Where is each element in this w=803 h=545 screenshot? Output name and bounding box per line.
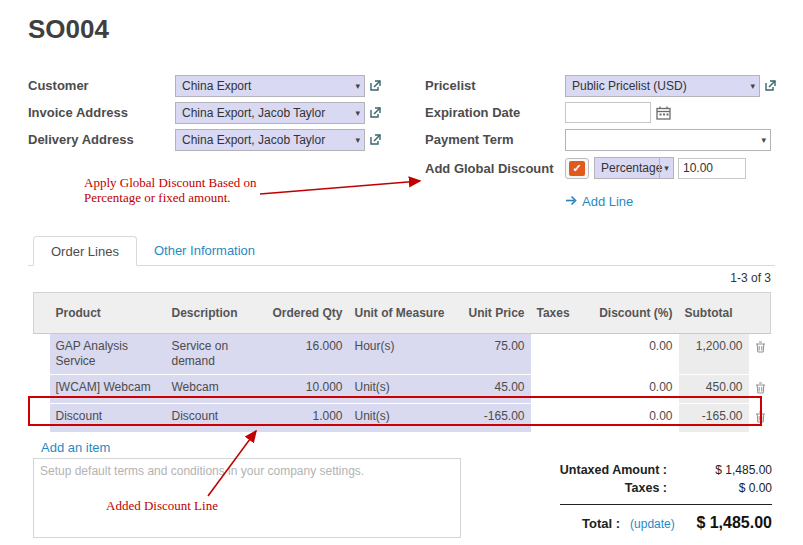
annotation-arrow-global-discount (260, 181, 420, 194)
column-header-ordered-qty[interactable]: Ordered Qty (266, 293, 349, 334)
cell-unit-price[interactable]: 45.00 (453, 375, 531, 404)
totals-panel: Untaxed Amount : $ 1,485.00 Taxes : $ 0.… (520, 463, 772, 532)
terms-and-conditions-textarea[interactable] (33, 458, 461, 538)
cell-ordered-qty[interactable]: 10.000 (266, 375, 349, 404)
chevron-down-icon: ▾ (355, 108, 360, 118)
cell-discount[interactable]: 0.00 (586, 375, 679, 404)
checkmark-icon: ✓ (572, 163, 581, 174)
taxes-label: Taxes : (625, 481, 667, 495)
column-header-subtotal[interactable]: Subtotal (679, 293, 749, 334)
external-link-icon[interactable] (764, 79, 777, 92)
payment-term-field-row: Payment Term ▾ (425, 126, 797, 153)
column-header-unit-price[interactable]: Unit Price (453, 293, 531, 334)
form-left-column: Customer China Export ▾ Invoice Address … (28, 72, 424, 153)
cell-product[interactable]: [WCAM] Webcam (50, 375, 166, 404)
tab-other-information[interactable]: Other Information (137, 236, 272, 266)
total-label: Total : (582, 516, 620, 531)
column-header-taxes[interactable]: Taxes (531, 293, 586, 334)
global-discount-checkbox[interactable]: ✓ (565, 158, 589, 179)
delete-row-button[interactable] (749, 375, 771, 404)
cell-subtotal: 1,200.00 (679, 334, 749, 375)
chevron-down-icon: ▾ (355, 81, 360, 91)
cell-taxes[interactable] (531, 404, 586, 433)
add-line-row: Add Line (425, 189, 797, 213)
payment-term-label: Payment Term (425, 132, 565, 147)
column-header-discount[interactable]: Discount (%) (586, 293, 679, 334)
cell-unit-of-measure[interactable]: Hour(s) (349, 334, 453, 375)
trash-icon (755, 383, 766, 397)
row-handle[interactable] (34, 334, 50, 375)
annotation-global-discount-note: Apply Global Discount Based on Percentag… (84, 176, 296, 206)
invoice-address-select[interactable]: China Export, Jacob Taylor ▾ (175, 102, 365, 124)
column-header-description[interactable]: Description (166, 293, 266, 334)
cell-taxes[interactable] (531, 334, 586, 375)
cell-ordered-qty[interactable]: 1.000 (266, 404, 349, 433)
add-line-link[interactable]: Add Line (582, 194, 633, 209)
invoice-address-label: Invoice Address (28, 105, 175, 120)
payment-term-select[interactable]: ▾ (565, 129, 771, 151)
sale-order-form: SO004 Customer China Export ▾ Invoice Ad… (0, 0, 803, 545)
customer-label: Customer (28, 78, 175, 93)
pricelist-select[interactable]: Public Pricelist (USD) ▾ (565, 75, 760, 97)
tab-order-lines[interactable]: Order Lines (33, 236, 137, 266)
customer-field-row: Customer China Export ▾ (28, 72, 424, 99)
expiration-date-field-row: Expiration Date (425, 99, 797, 126)
delivery-address-field-row: Delivery Address China Export, Jacob Tay… (28, 126, 424, 153)
delete-row-button[interactable] (749, 334, 771, 375)
trash-icon (755, 342, 766, 356)
table-header-row: Product Description Ordered Qty Unit of … (34, 293, 771, 334)
total-row: Total : (update) $ 1,485.00 (520, 514, 772, 532)
external-link-icon[interactable] (369, 133, 382, 146)
external-link-icon[interactable] (369, 79, 382, 92)
external-link-icon[interactable] (369, 106, 382, 119)
arrow-right-icon (565, 192, 577, 210)
cell-product[interactable]: Discount (50, 404, 166, 433)
table-row[interactable]: GAP Analysis Service Service on demand 1… (34, 334, 771, 375)
table-row-discount-line[interactable]: Discount Discount 1.000 Unit(s) -165.00 … (34, 404, 771, 433)
update-total-link[interactable]: (update) (630, 517, 675, 531)
cell-unit-price[interactable]: -165.00 (453, 404, 531, 433)
cell-product[interactable]: GAP Analysis Service (50, 334, 166, 375)
cell-ordered-qty[interactable]: 16.000 (266, 334, 349, 375)
cell-discount[interactable]: 0.00 (586, 334, 679, 375)
untaxed-amount-row: Untaxed Amount : $ 1,485.00 (520, 463, 772, 477)
cell-unit-of-measure[interactable]: Unit(s) (349, 404, 453, 433)
customer-select[interactable]: China Export ▾ (175, 75, 365, 97)
global-discount-field-row: Add Global Discount ✓ Percentage ▾ (425, 153, 797, 183)
pager[interactable]: 1-3 of 3 (730, 271, 771, 285)
untaxed-amount-value: $ 1,485.00 (667, 463, 772, 477)
totals-divider (560, 504, 772, 505)
chevron-down-icon: ▾ (355, 135, 360, 145)
taxes-row: Taxes : $ 0.00 (520, 481, 772, 495)
chevron-down-icon: ▾ (750, 81, 755, 91)
total-value: $ 1,485.00 (683, 514, 772, 532)
delivery-address-select[interactable]: China Export, Jacob Taylor ▾ (175, 129, 365, 151)
invoice-address-field-row: Invoice Address China Export, Jacob Tayl… (28, 99, 424, 126)
pricelist-field-row: Pricelist Public Pricelist (USD) ▾ (425, 72, 797, 99)
discount-type-select[interactable]: Percentage ▾ (594, 157, 674, 179)
untaxed-amount-label: Untaxed Amount : (560, 463, 667, 477)
delete-row-button[interactable] (749, 404, 771, 433)
order-lines-section: Product Description Ordered Qty Unit of … (33, 292, 770, 456)
expiration-date-input[interactable] (565, 102, 651, 123)
page-title: SO004 (28, 14, 109, 45)
add-an-item-link[interactable]: Add an item (41, 440, 110, 455)
cell-description[interactable]: Service on demand (166, 334, 266, 375)
calendar-icon[interactable] (656, 106, 671, 120)
table-row[interactable]: [WCAM] Webcam Webcam 10.000 Unit(s) 45.0… (34, 375, 771, 404)
cell-unit-of-measure[interactable]: Unit(s) (349, 375, 453, 404)
cell-description[interactable]: Discount (166, 404, 266, 433)
row-handle[interactable] (34, 404, 50, 433)
delivery-address-label: Delivery Address (28, 132, 175, 147)
cell-taxes[interactable] (531, 375, 586, 404)
cell-description[interactable]: Webcam (166, 375, 266, 404)
column-header-unit-of-measure[interactable]: Unit of Measure (349, 293, 453, 334)
chevron-down-icon: ▾ (761, 135, 766, 145)
cell-unit-price[interactable]: 75.00 (453, 334, 531, 375)
order-lines-table: Product Description Ordered Qty Unit of … (33, 292, 771, 433)
form-right-column: Pricelist Public Pricelist (USD) ▾ Expir… (425, 72, 797, 213)
discount-amount-input[interactable] (678, 158, 746, 179)
cell-discount[interactable]: 0.00 (586, 404, 679, 433)
column-header-product[interactable]: Product (50, 293, 166, 334)
row-handle[interactable] (34, 375, 50, 404)
